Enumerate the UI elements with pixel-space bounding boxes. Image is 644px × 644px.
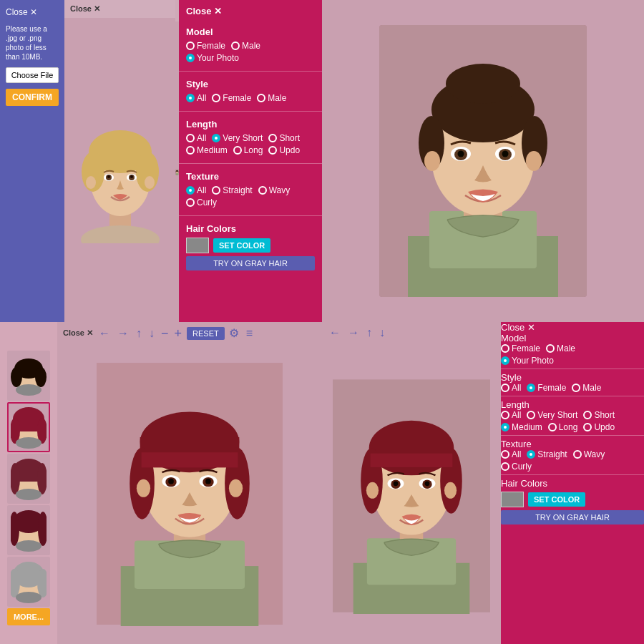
length-vshort-option[interactable]: Very Short xyxy=(212,133,263,143)
model-female-option[interactable]: Female xyxy=(186,41,225,51)
q4-length-updo-option[interactable]: Updo xyxy=(583,422,615,432)
q4-texture-straight-option[interactable]: Straight xyxy=(527,449,567,459)
q3-woman-svg xyxy=(97,361,283,626)
q4-color-swatch[interactable] xyxy=(501,492,524,507)
length-vshort-label: Very Short xyxy=(223,133,263,143)
q4-length-short-label: Short xyxy=(594,410,615,420)
q4-photo-area: ← → ↑ ↓ xyxy=(322,322,501,644)
model-yourphoto-option[interactable]: Your Photo xyxy=(186,53,239,63)
q4-length-all-option[interactable]: All xyxy=(501,410,521,420)
q4-arrow-left[interactable]: ← xyxy=(328,326,342,339)
q4-model-female-radio xyxy=(501,344,509,353)
q4-texture-straight-label: Straight xyxy=(537,449,567,459)
menu-icon[interactable]: ≡ xyxy=(246,327,253,340)
q3-arrow-left[interactable]: ← xyxy=(97,327,112,340)
q4-length-row1: All Very Short Short xyxy=(501,410,644,420)
style-all-option[interactable]: All xyxy=(186,93,206,103)
q4-texture-curly-radio xyxy=(501,462,509,471)
try-gray-button[interactable]: TRY ON GRAY HAIR xyxy=(186,256,315,270)
q3-arrow-up[interactable]: ↑ xyxy=(135,327,143,340)
length-all-option[interactable]: All xyxy=(186,133,206,143)
q4-length-section: Length All Very Short Short Medi xyxy=(501,399,644,432)
set-color-button[interactable]: SET COLOR xyxy=(213,238,270,253)
texture-wavy-option[interactable]: Wavy xyxy=(258,185,291,195)
q3-arrow-right[interactable]: → xyxy=(116,327,130,340)
q4-set-color-button[interactable]: SET COLOR xyxy=(528,492,585,507)
svg-point-13 xyxy=(130,175,133,178)
model-female-radio xyxy=(186,42,195,50)
main-photo-frame xyxy=(379,25,587,297)
color-swatch[interactable] xyxy=(186,238,209,253)
thumbnail-1[interactable] xyxy=(7,351,50,401)
model-male-option[interactable]: Male xyxy=(231,41,260,51)
texture-title: Texture xyxy=(186,171,315,182)
confirm-button[interactable]: CONFIRM xyxy=(6,89,59,106)
thumbnail-2[interactable] xyxy=(7,402,50,452)
texture-all-option[interactable]: All xyxy=(186,185,206,195)
style-female-option[interactable]: Female xyxy=(212,93,251,103)
style-male-option[interactable]: Male xyxy=(257,93,286,103)
style-section: Style All Female Male xyxy=(179,74,322,108)
texture-curly-radio xyxy=(186,198,195,207)
gear-icon[interactable]: ⚙ xyxy=(229,326,239,340)
q4-model-title: Model xyxy=(501,333,644,343)
q4-length-long-label: Long xyxy=(559,422,578,432)
svg-point-67 xyxy=(16,489,42,500)
q4-arrow-up[interactable]: ↑ xyxy=(365,326,374,339)
q4-texture-curly-option[interactable]: Curly xyxy=(501,462,532,472)
q4-style-male-option[interactable]: Male xyxy=(572,383,601,393)
thumbnail-5[interactable] xyxy=(7,557,50,607)
texture-straight-option[interactable]: Straight xyxy=(212,185,252,195)
svg-point-22 xyxy=(177,170,178,170)
model-yourphoto-label: Your Photo xyxy=(197,53,239,63)
length-short-option[interactable]: Short xyxy=(268,133,300,143)
length-long-option[interactable]: Long xyxy=(233,145,263,155)
texture-curly-label: Curly xyxy=(197,197,217,208)
q1-model-face xyxy=(64,21,175,322)
q4-length-title: Length xyxy=(501,399,644,410)
length-row2: Medium Long Updo xyxy=(186,145,315,155)
close-upload-button[interactable]: Close ✕ xyxy=(6,6,59,19)
q4-arrow-right[interactable]: → xyxy=(346,326,361,339)
q4-style-row: All Female Male xyxy=(501,383,644,393)
q4-texture-all-option[interactable]: All xyxy=(501,449,521,459)
q4-length-short-option[interactable]: Short xyxy=(583,410,615,420)
quadrant-bottom-right: ← → ↑ ↓ xyxy=(322,322,644,644)
model-title: Model xyxy=(186,26,315,37)
q4-model-yourphoto-label: Your Photo xyxy=(512,356,554,366)
q4-try-gray-button[interactable]: TRY ON GRAY HAIR xyxy=(501,510,644,525)
q3-zoom-plus[interactable]: + xyxy=(174,327,183,340)
q3-zoom-minus[interactable]: − xyxy=(160,327,170,340)
length-medium-option[interactable]: Medium xyxy=(186,145,228,155)
q4-texture-row2: Curly xyxy=(501,462,644,472)
q4-style-female-option[interactable]: Female xyxy=(527,383,566,393)
q3-close-label: Close ✕ xyxy=(63,328,93,338)
fp-header: Close ✕ xyxy=(179,0,322,22)
q4-length-medium-option[interactable]: Medium xyxy=(501,422,542,432)
q4-style-female-radio xyxy=(527,384,535,392)
q2-photo-area xyxy=(322,0,644,322)
model-section: Model Female Male Your Photo xyxy=(179,22,322,68)
choose-file-button[interactable]: Choose File xyxy=(6,67,59,83)
q4-arrow-down[interactable]: ↓ xyxy=(378,326,386,339)
q4-nav-bar: ← → ↑ ↓ xyxy=(322,322,501,343)
q4-model-female-label: Female xyxy=(512,343,540,353)
q4-model-yourphoto-option[interactable]: Your Photo xyxy=(501,356,554,366)
q4-filter-panel: Close ✕ Model Female Male Your Photo xyxy=(501,322,644,644)
more-button[interactable]: MORE... xyxy=(7,608,50,625)
q3-reset-button[interactable]: RESET xyxy=(187,327,225,340)
length-updo-option[interactable]: Updo xyxy=(268,145,300,155)
svg-point-41 xyxy=(526,151,542,171)
q4-style-all-option[interactable]: All xyxy=(501,383,521,393)
q4-texture-wavy-option[interactable]: Wavy xyxy=(573,449,605,459)
texture-straight-radio xyxy=(212,186,220,195)
texture-all-radio xyxy=(186,186,195,195)
q4-model-male-option[interactable]: Male xyxy=(546,343,575,353)
q4-length-vshort-option[interactable]: Very Short xyxy=(527,410,577,420)
thumbnail-3[interactable] xyxy=(7,454,50,504)
texture-curly-option[interactable]: Curly xyxy=(186,197,217,208)
thumbnail-4[interactable] xyxy=(7,505,50,555)
q3-arrow-down[interactable]: ↓ xyxy=(147,327,156,340)
q4-length-long-option[interactable]: Long xyxy=(548,422,578,432)
q4-model-female-option[interactable]: Female xyxy=(501,343,540,353)
